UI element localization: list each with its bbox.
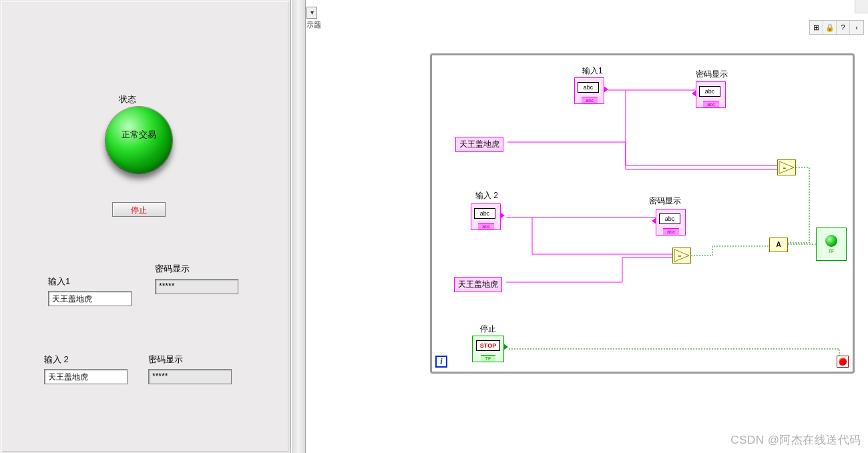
pw2-terminal[interactable]: abc abc: [656, 209, 686, 236]
node-footer-icon: abc: [478, 223, 494, 230]
input1-field[interactable]: 天王盖地虎: [48, 291, 132, 306]
input1-node-label: 输入1: [582, 65, 603, 77]
string-constant-2[interactable]: 天王盖地虎: [454, 277, 502, 292]
input1-label: 输入1: [48, 276, 70, 288]
node-footer-icon: abc: [663, 228, 679, 235]
state-label: 状态: [119, 93, 136, 105]
input2-terminal[interactable]: abc abc: [471, 203, 501, 230]
status-led[interactable]: 正常交易: [105, 107, 172, 173]
password-display-1-field: *****: [155, 279, 238, 294]
password-display-1-label: 密码显示: [155, 263, 190, 275]
status-led-text: 正常交易: [105, 129, 172, 141]
stop-button[interactable]: 停止: [112, 202, 166, 217]
tf-label: TF: [829, 249, 835, 254]
input1-terminal[interactable]: abc abc: [574, 77, 604, 104]
input2-field[interactable]: 天王盖地虎: [44, 369, 128, 384]
svg-marker-2: [674, 250, 689, 262]
pw1-terminal[interactable]: abc abc: [696, 81, 726, 108]
toolbar-button-lock[interactable]: 🔒: [823, 21, 837, 34]
tf-label: TF: [481, 355, 495, 362]
password-display-2-label: 密码显示: [148, 354, 183, 366]
scrollbar-stub: [855, 0, 868, 13]
boolean-indicator[interactable]: TF: [816, 228, 847, 261]
splitter-bar[interactable]: [291, 0, 306, 453]
string-constant-1[interactable]: 天王盖地虎: [455, 137, 503, 152]
svg-marker-0: [779, 161, 794, 173]
stop-terminal[interactable]: STOP TF: [472, 336, 504, 362]
loop-iteration-terminal[interactable]: i: [435, 356, 447, 368]
toolbar-button-help[interactable]: ?: [837, 21, 850, 34]
and-node[interactable]: A: [769, 238, 788, 252]
abc-icon: abc: [659, 213, 680, 224]
password-display-2-field: *****: [148, 369, 232, 384]
svg-text:=: =: [678, 253, 682, 259]
input2-label: 输入 2: [44, 354, 69, 366]
stop-circle-icon: [839, 358, 847, 366]
node-footer-icon: abc: [703, 101, 719, 107]
svg-text:=: =: [783, 165, 787, 171]
node-footer-icon: abc: [582, 97, 598, 103]
toolbar-button-1[interactable]: ⊞: [810, 21, 823, 34]
pw2-node-label: 密码显示: [649, 195, 681, 207]
loop-stop-terminal[interactable]: [837, 356, 849, 368]
watermark-text: CSDN @阿杰在线送代码: [730, 432, 861, 448]
abc-icon: abc: [578, 82, 599, 93]
pw1-node-label: 密码显示: [696, 69, 728, 80]
front-panel: 状态 正常交易 停止 输入1 天王盖地虎 密码显示 ***** 输入 2 天王盖…: [0, 0, 291, 453]
toolbar: ⊞ 🔒 ? ‹: [809, 20, 864, 35]
text-fragment: 示题: [306, 20, 321, 30]
led-small-icon: [825, 235, 837, 247]
stop-node-label: 停止: [480, 324, 496, 335]
equal-comparison-1[interactable]: =: [777, 159, 796, 175]
input2-node-label: 输入 2: [475, 190, 498, 201]
toolbar-button-back[interactable]: ‹: [850, 21, 863, 34]
abc-icon: abc: [699, 86, 720, 97]
equal-comparison-2[interactable]: =: [672, 248, 691, 264]
while-loop-structure[interactable]: 输入1 abc abc 密码显示 abc abc 天王盖地虎 输入 2 abc …: [430, 53, 855, 374]
abc-icon: abc: [474, 208, 495, 219]
stop-icon: STOP: [476, 340, 500, 351]
dropdown-fragment[interactable]: ▾: [306, 7, 317, 19]
